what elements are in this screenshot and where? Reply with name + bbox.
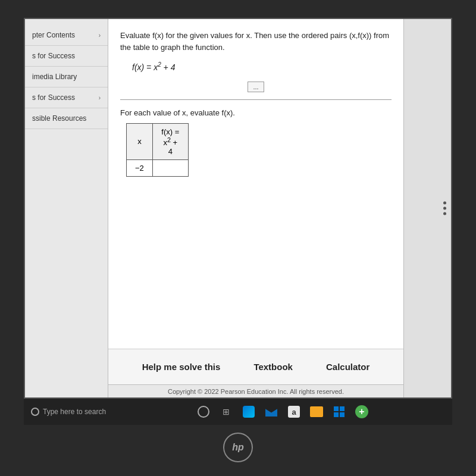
textbook-button[interactable]: Textbook bbox=[249, 359, 298, 374]
help-solve-button[interactable]: Help me solve this bbox=[137, 359, 226, 374]
divider bbox=[120, 99, 392, 100]
win-sq-4 bbox=[340, 412, 345, 417]
problem-area: Evaluate f(x) for the given values for x… bbox=[108, 19, 403, 349]
amazon-button[interactable]: a bbox=[286, 403, 302, 420]
instructions-text: Evaluate f(x) for the given values for x… bbox=[120, 30, 392, 53]
windows-button[interactable] bbox=[331, 403, 347, 420]
taskbar-center: ⊞ a bbox=[113, 403, 452, 420]
graph-dots bbox=[443, 202, 446, 215]
calculator-button[interactable]: Calculator bbox=[321, 359, 374, 374]
dot-1 bbox=[443, 202, 446, 205]
graph-panel bbox=[403, 19, 451, 397]
edge-button[interactable] bbox=[240, 403, 257, 420]
formula-display: f(x) = x2 + 4 bbox=[132, 61, 392, 72]
copyright-text: Copyright © 2022 Pearson Education Inc. … bbox=[168, 388, 344, 395]
fx-input-cell[interactable] bbox=[152, 159, 188, 176]
chevron-right-icon: › bbox=[99, 32, 101, 39]
col-fx-header: f(x) = x2 + 4 bbox=[152, 123, 188, 159]
main-content: Evaluate f(x) for the given values for x… bbox=[108, 19, 403, 397]
dot-3 bbox=[443, 212, 446, 215]
folder-icon bbox=[310, 406, 323, 417]
search-icon bbox=[31, 408, 39, 416]
sidebar-item-skills-success-1[interactable]: s for Success bbox=[25, 46, 108, 67]
letter-a-icon: a bbox=[288, 406, 300, 418]
sidebar-item-label: imedia Library bbox=[32, 73, 77, 81]
circle-icon bbox=[198, 406, 209, 418]
sub-prompt-text: For each value of x, evaluate f(x). bbox=[120, 108, 392, 117]
copyright-bar: Copyright © 2022 Pearson Education Inc. … bbox=[108, 384, 403, 397]
sidebar-item-accessible-resources[interactable]: ssible Resources bbox=[25, 108, 108, 129]
monitor-icon: ⊞ bbox=[223, 407, 230, 416]
content-wrapper: Evaluate f(x) for the given values for x… bbox=[108, 19, 403, 397]
windows-icon bbox=[334, 406, 345, 417]
laptop-body: pter Contents › s for Success imedia Lib… bbox=[0, 0, 476, 476]
sidebar-item-label: s for Success bbox=[32, 93, 75, 102]
start-button[interactable] bbox=[195, 403, 212, 420]
bottom-bar: Help me solve this Textbook Calculator bbox=[108, 349, 403, 384]
dot-2 bbox=[443, 207, 446, 210]
mail-icon bbox=[265, 407, 277, 416]
sidebar-item-multimedia-library[interactable]: imedia Library bbox=[25, 67, 108, 87]
folder-button[interactable] bbox=[308, 403, 325, 420]
win-sq-2 bbox=[340, 406, 345, 411]
widget-button[interactable]: ⊞ bbox=[218, 403, 234, 420]
col-x-header: x bbox=[127, 123, 153, 159]
taskbar: Type here to search ⊞ a bbox=[24, 399, 452, 425]
win-sq-1 bbox=[334, 406, 339, 411]
sidebar-item-label: ssible Resources bbox=[32, 114, 86, 123]
values-table: x f(x) = x2 + 4 −2 bbox=[126, 123, 189, 177]
sidebar-item-label: s for Success bbox=[32, 52, 75, 60]
expand-button[interactable]: ... bbox=[248, 82, 264, 92]
sidebar: pter Contents › s for Success imedia Lib… bbox=[25, 19, 108, 397]
taskbar-search[interactable]: Type here to search bbox=[24, 408, 113, 416]
win-sq-3 bbox=[334, 412, 339, 417]
sidebar-item-skills-success-2[interactable]: s for Success › bbox=[25, 87, 108, 108]
hp-logo: hp bbox=[223, 433, 253, 462]
fx-input[interactable] bbox=[161, 164, 180, 173]
plus-icon: + bbox=[355, 405, 368, 418]
table-row: −2 bbox=[127, 159, 189, 176]
mail-button[interactable] bbox=[263, 403, 280, 420]
laptop-bottom: hp bbox=[0, 425, 476, 476]
search-text: Type here to search bbox=[43, 408, 106, 416]
sidebar-item-label: pter Contents bbox=[32, 31, 75, 39]
x-value: −2 bbox=[127, 159, 153, 176]
sidebar-item-chapter-contents[interactable]: pter Contents › bbox=[25, 25, 108, 46]
expand-row: ... bbox=[120, 82, 392, 93]
chevron-right-icon: › bbox=[99, 95, 101, 101]
screen: pter Contents › s for Success imedia Lib… bbox=[24, 18, 452, 399]
edge-icon bbox=[243, 406, 255, 418]
add-button[interactable]: + bbox=[353, 403, 370, 420]
